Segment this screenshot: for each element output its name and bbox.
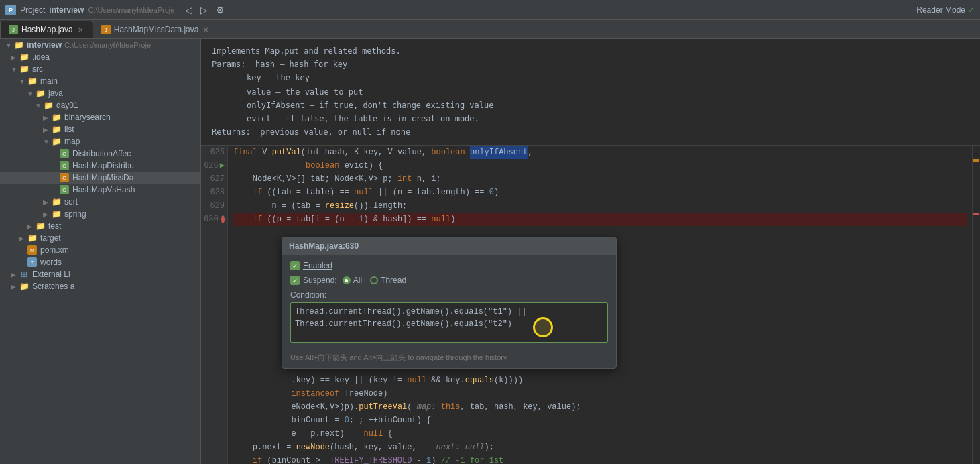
top-bar: P Project interview C:\Users\manyh\IdeaP… (0, 0, 980, 20)
sidebar-item-hashmapvshash[interactable]: ▶ C HashMapVsHash (0, 184, 200, 196)
tab-hashmap-close[interactable]: ✕ (76, 25, 84, 34)
gutter-mark-2 (973, 213, 979, 215)
javadoc-panel: Implements Map.put and related methods. … (201, 39, 980, 146)
popup-title: HashMap.java:630 (289, 241, 359, 251)
folder-icon-idea: 📁 (19, 52, 29, 62)
suspend-checkbox[interactable]: ✓ (290, 276, 300, 285)
arrow-day01-icon: ▼ (35, 102, 43, 109)
enabled-checkbox[interactable]: ✓ (290, 261, 300, 270)
arrow-main-icon: ▼ (19, 78, 27, 85)
nav-forward-icon[interactable]: ▷ (199, 3, 209, 17)
line-626: 626 ▶ (204, 159, 225, 172)
sidebar-item-distrib[interactable]: ▶ C DistributionAffec (0, 148, 200, 160)
javadoc-param3: value – the value to put (247, 87, 363, 97)
folder-icon-src: 📁 (19, 64, 29, 74)
code-line-642: p.next = newNode(hash, key, value, next:… (233, 441, 967, 454)
javadoc-param4: onlyIfAbsent – if true, don't change exi… (247, 101, 493, 110)
sidebar-item-hashmapmissda-label: HashMapMissDa (72, 173, 133, 182)
sidebar-item-target[interactable]: ▶ 📁 target (0, 232, 200, 244)
tab-hashmapMiss[interactable]: J HashMapMissData.java ✕ (93, 21, 219, 38)
suspend-checkbox-label[interactable]: ✓ Suspend: (290, 276, 337, 285)
sidebar-item-test-label: test (48, 221, 61, 231)
sidebar-item-sort[interactable]: ▶ 📁 sort (0, 196, 200, 208)
code-line-after-4: .key) == key || (key != null && key.equa… (233, 373, 967, 387)
arrow-idea-icon: ▶ (11, 54, 19, 61)
tab-hashmapMiss-close[interactable]: ✕ (202, 25, 210, 34)
radio-all-btn[interactable] (343, 276, 351, 284)
condition-input[interactable]: Thread.currentThread().getName().equals(… (290, 302, 608, 343)
tab-hashmap-icon: J (9, 25, 18, 34)
folder-icon-sort: 📁 (51, 197, 62, 207)
gutter-mark-1 (973, 159, 979, 162)
sidebar-path: C:\Users\manyh\IdeaProje (64, 41, 151, 49)
condition-label: Condition: (290, 290, 608, 300)
sidebar-item-test[interactable]: ▶ 📁 test (0, 220, 200, 232)
suspend-label: Suspend: (303, 276, 337, 285)
sidebar-item-interview[interactable]: ▼ 📁 interview C:\Users\manyh\IdeaProje (0, 39, 200, 51)
arrow-src-icon: ▼ (11, 66, 19, 73)
sidebar-item-binarysearch[interactable]: ▶ 📁 binarysearch (0, 111, 200, 123)
sidebar-item-scratches[interactable]: ▶ 📁 Scratches a (0, 280, 200, 292)
java-icon-distrib: C (59, 149, 70, 158)
enabled-label: Enabled (303, 261, 332, 270)
sidebar-item-scratches-label: Scratches a (32, 282, 74, 291)
sidebar-item-pomxml[interactable]: ▶ M pom.xm (0, 244, 200, 256)
tab-bar: J HashMap.java ✕ J HashMapMissData.java … (0, 20, 980, 39)
sidebar-item-external-lib[interactable]: ▶ ⊞ External Li (0, 268, 200, 280)
sidebar-item-src[interactable]: ▼ 📁 src (0, 63, 200, 75)
javadoc-param5-line: evict – if false, the table is in creati… (212, 113, 969, 125)
sidebar-item-hashmapvshash-label: HashMapVsHash (72, 185, 135, 194)
sidebar-item-words[interactable]: ▶ T words (0, 256, 200, 268)
breakpoint-icon[interactable] (221, 215, 225, 223)
project-name: interview (49, 5, 84, 15)
javadoc-returns-line: Returns: previous value, or null if none (212, 126, 969, 139)
sidebar-item-list[interactable]: ▶ 📁 list (0, 123, 200, 135)
javadoc-param2: key – the key (247, 73, 310, 82)
enabled-checkbox-label[interactable]: ✓ Enabled (290, 261, 332, 270)
javadoc-text-1: Implements Map.put and related methods. (212, 46, 401, 56)
sidebar-item-spring[interactable]: ▶ 📁 spring (0, 208, 200, 220)
radio-all-label[interactable]: All (343, 276, 362, 285)
reader-mode-button[interactable]: Reader Mode ✓ (916, 5, 975, 15)
line-625: 625 (204, 146, 225, 159)
tab-hashmap[interactable]: J HashMap.java ✕ (0, 21, 93, 38)
sidebar-item-day01[interactable]: ▼ 📁 day01 (0, 99, 200, 111)
sidebar-item-sort-label: sort (64, 197, 78, 207)
kw-final: final (233, 146, 257, 159)
sidebar-item-java[interactable]: ▼ 📁 java (0, 87, 200, 99)
settings-icon[interactable]: ⚙ (215, 3, 226, 17)
javadoc-param3-line: value – the value to put (212, 86, 969, 99)
radio-thread-btn[interactable] (370, 276, 378, 284)
xml-icon-pomxml: M (27, 245, 38, 255)
arrow-list-icon: ▶ (43, 126, 51, 133)
code-line-628: if ((tab = table) == null || (n = tab.le… (233, 186, 967, 199)
arrow-map-icon: ▼ (43, 138, 51, 146)
sidebar-item-map-label: map (64, 137, 80, 146)
code-line-625: final V putVal(int hash, K key, V value,… (233, 146, 967, 159)
suspend-radio-group: All Thread (343, 276, 406, 285)
sidebar-item-hashmapmissda[interactable]: ▶ C HashMapMissDa (0, 172, 200, 184)
sidebar-item-hashmapdistrib[interactable]: ▶ C HashMapDistribu (0, 160, 200, 172)
javadoc-param4-line: onlyIfAbsent – if true, don't change exi… (212, 99, 969, 112)
javadoc-param5: evict – if false, the table is in creati… (247, 114, 479, 123)
tab-hashmapMiss-label: HashMapMissData.java (114, 25, 199, 34)
arrow-java-icon: ▼ (27, 90, 35, 97)
breakpoint-popup: HashMap.java:630 ✓ Enabled ✓ Suspend: (282, 237, 617, 369)
code-line-627: Node<K,V>[] tab; Node<K,V> p; int n, i; (233, 172, 967, 186)
sidebar-item-map[interactable]: ▼ 📁 map (0, 135, 200, 148)
radio-thread-label[interactable]: Thread (370, 276, 406, 285)
folder-icon-spring: 📁 (51, 209, 62, 219)
sidebar-item-pomxml-label: pom.xm (40, 245, 69, 255)
folder-icon-map: 📁 (51, 137, 62, 146)
reader-mode-label: Reader Mode (916, 5, 965, 15)
javadoc-param1: hash – hash for key (255, 60, 347, 69)
code-line-643: if (binCount >= TREEIFY_THRESHOLD - 1) /… (233, 454, 967, 464)
sidebar-item-distrib-label: DistributionAffec (72, 149, 131, 158)
javadoc-returns-label: Returns: (212, 127, 255, 137)
sidebar-item-main[interactable]: ▼ 📁 main (0, 75, 200, 87)
code-line-after-7: binCount = 0; ; ++binCount) { (233, 414, 967, 427)
tab-hashmapMiss-icon: J (101, 25, 111, 34)
sidebar-item-interview-label: interview (27, 40, 62, 50)
nav-back-icon[interactable]: ◁ (184, 3, 194, 17)
sidebar-item-idea[interactable]: ▶ 📁 .idea (0, 51, 200, 63)
